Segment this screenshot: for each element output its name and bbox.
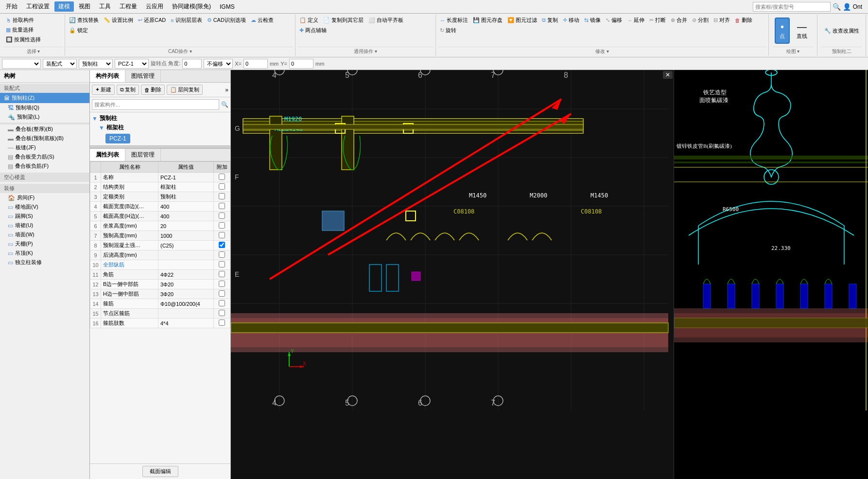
prop-value-3[interactable]: 预制柱 (158, 192, 214, 202)
search-icon[interactable]: 🔍 (833, 3, 841, 11)
btn-cad-options[interactable]: ⚙CAD识别选项 (205, 16, 248, 25)
tree-item-baseboard[interactable]: ▭ 踢脚(S) (0, 212, 89, 221)
prop-check-16[interactable] (219, 319, 225, 326)
canvas-close-btn[interactable]: ✕ (663, 71, 673, 79)
btn-split[interactable]: ⊘分割 (690, 16, 711, 25)
tree-sub-item[interactable]: ▼ 框架柱 (92, 124, 228, 132)
tree-item-precast-beam[interactable]: 🔩 预制梁(L) (0, 112, 89, 122)
component-search-input[interactable] (92, 99, 219, 110)
prop-row-2[interactable]: 2结构类别框架柱 (90, 182, 230, 192)
prop-row-3[interactable]: 3定额类别预制柱 (90, 192, 230, 202)
btn-set-scale[interactable]: 📏设置比例 (102, 16, 135, 25)
btn-rotate[interactable]: ↻旋转 (438, 26, 458, 35)
btn-length-mark[interactable]: ↔长度标注 (438, 16, 470, 25)
menu-project-settings[interactable]: 工程设置 (22, 1, 53, 12)
search-component-icon[interactable]: 🔍 (221, 101, 228, 108)
tree-item-ceiling[interactable]: ▭ 天棚(P) (0, 239, 89, 248)
btn-restore-cad[interactable]: ↩还原CAD (136, 16, 168, 25)
tree-item-precast-column[interactable]: 🏛 预制柱(Z) (0, 93, 89, 103)
user-icon[interactable]: 👤 (843, 3, 851, 11)
prop-row-7[interactable]: 7预制高度(mm)1000 (90, 231, 230, 241)
prop-check-1[interactable] (219, 174, 225, 180)
offset-select[interactable]: 不偏移 (204, 59, 233, 69)
prop-check-4[interactable] (219, 203, 225, 209)
prop-value-15[interactable] (158, 309, 214, 319)
tree-item-suspended-ceiling[interactable]: ▭ 吊顶(K) (0, 248, 89, 258)
prop-check-2[interactable] (219, 183, 225, 190)
tab-component-list[interactable]: 构件列表 (90, 70, 125, 82)
btn-extend[interactable]: →延伸 (625, 16, 646, 25)
btn-draw-line[interactable]: — 直线 (793, 18, 811, 43)
tree-item-column-decoration[interactable]: ▭ 独立柱装修 (0, 258, 89, 267)
tab-drawing-mgmt[interactable]: 图纸管理 (125, 70, 161, 82)
btn-copy[interactable]: ⧉复制 (540, 16, 560, 25)
prop-row-14[interactable]: 14箍筋Φ10@100/200(4 (90, 299, 230, 309)
component-type-select[interactable]: 预制柱 (79, 59, 113, 69)
prop-value-7[interactable]: 1000 (158, 231, 214, 241)
prop-row-13[interactable]: 13H边一侧中部筋3Φ20 (90, 289, 230, 299)
prop-value-2[interactable]: 框架柱 (158, 182, 214, 192)
prop-row-1[interactable]: 1名称PCZ-1 (90, 173, 230, 182)
btn-delete-component[interactable]: 🗑删除 (141, 85, 165, 95)
btn-delete[interactable]: 🗑删除 (733, 16, 754, 25)
prop-row-9[interactable]: 9后浇高度(mm) (90, 250, 230, 260)
btn-offset[interactable]: ⤡偏移 (604, 16, 624, 25)
btn-cloud-check[interactable]: ☁云检查 (249, 16, 276, 25)
tree-item-composite-precast[interactable]: ▬ 叠合板(预制底板)(B) (0, 134, 89, 143)
tree-item-composite-solid[interactable]: ▬ 叠合板(整厚)(B) (0, 124, 89, 134)
tree-item-composite-rebar[interactable]: ▤ 叠合板受力筋(S) (0, 152, 89, 161)
tab-layer-mgmt[interactable]: 图层管理 (125, 149, 161, 161)
btn-pick-component[interactable]: 🖱 拾取构件 (4, 16, 63, 25)
btn-find-replace[interactable]: 🔄查找替换 (67, 16, 101, 25)
btn-section-edit[interactable]: 截面编辑 (142, 466, 178, 477)
btn-define[interactable]: 📋定义 (297, 16, 320, 25)
btn-mirror[interactable]: ⇆镜像 (582, 16, 603, 25)
prop-value-1[interactable]: PCZ-1 (158, 173, 214, 182)
menu-quantity[interactable]: 工程量 (116, 1, 141, 12)
prop-name-10[interactable]: 全部纵筋 (101, 260, 158, 270)
prop-value-16[interactable]: 4*4 (158, 319, 214, 328)
btn-filter-element[interactable]: 🔽图元过滤 (505, 16, 539, 25)
prop-row-11[interactable]: 11角筋4Φ22 (90, 270, 230, 280)
prop-value-10[interactable] (158, 260, 214, 270)
btn-move[interactable]: ✛移动 (561, 16, 581, 25)
prop-check-10[interactable] (219, 261, 225, 267)
btn-break[interactable]: ✂打断 (647, 16, 668, 25)
menu-start[interactable]: 开始 (2, 1, 21, 12)
prop-value-6[interactable]: 20 (158, 221, 214, 231)
menu-tools[interactable]: 工具 (95, 1, 115, 12)
prop-row-10[interactable]: 10全部纵筋 (90, 260, 230, 270)
prop-check-7[interactable] (219, 232, 225, 238)
prop-value-4[interactable]: 400 (158, 202, 214, 212)
btn-draw-point[interactable]: • 点 (775, 18, 790, 44)
tree-item-board-seam[interactable]: — 板缝(JF) (0, 143, 89, 152)
menu-cloud[interactable]: 云应用 (142, 1, 167, 12)
btn-copy-to-floor[interactable]: 📄复制到其它层 (321, 16, 365, 25)
prop-check-11[interactable] (219, 271, 225, 277)
prop-check-12[interactable] (219, 281, 225, 287)
prop-value-5[interactable]: 400 (158, 212, 214, 221)
tree-item-floor[interactable]: ▭ 楼地面(V) (0, 202, 89, 212)
menu-igms[interactable]: IGMS (216, 2, 239, 11)
tree-leaf-item[interactable]: PCZ-1 (92, 134, 228, 143)
tab-attr-list[interactable]: 属性列表 (90, 149, 125, 161)
prop-row-6[interactable]: 6坐浆高度(mm)20 (90, 221, 230, 231)
btn-save-element[interactable]: 💾图元存盘 (471, 16, 504, 25)
prop-row-16[interactable]: 16箍筋肢数4*4 (90, 319, 230, 328)
prop-check-15[interactable] (219, 310, 225, 316)
prop-check-13[interactable] (219, 290, 225, 297)
prop-check-9[interactable] (219, 251, 225, 258)
btn-new-component[interactable]: ✦新建 (92, 85, 115, 95)
prop-value-8[interactable]: (C25) (158, 241, 214, 250)
prop-check-5[interactable] (219, 213, 225, 219)
search-input[interactable] (753, 2, 831, 12)
component-name-select[interactable]: PCZ-1 (115, 59, 149, 69)
btn-align[interactable]: ⊟对齐 (712, 16, 732, 25)
btn-attr-select[interactable]: 🔲 按属性选择 (4, 35, 63, 44)
prop-value-11[interactable]: 4Φ22 (158, 270, 214, 280)
tree-item-room[interactable]: 🏠 房间(F) (0, 193, 89, 202)
btn-lock[interactable]: 🔒锁定 (67, 26, 90, 35)
tree-item-precast-wall[interactable]: 🏗 预制墙(Q) (0, 103, 89, 112)
prop-value-14[interactable]: Φ10@100/200(4 (158, 299, 214, 309)
prop-row-5[interactable]: 5截面高度(H边)(…400 (90, 212, 230, 221)
